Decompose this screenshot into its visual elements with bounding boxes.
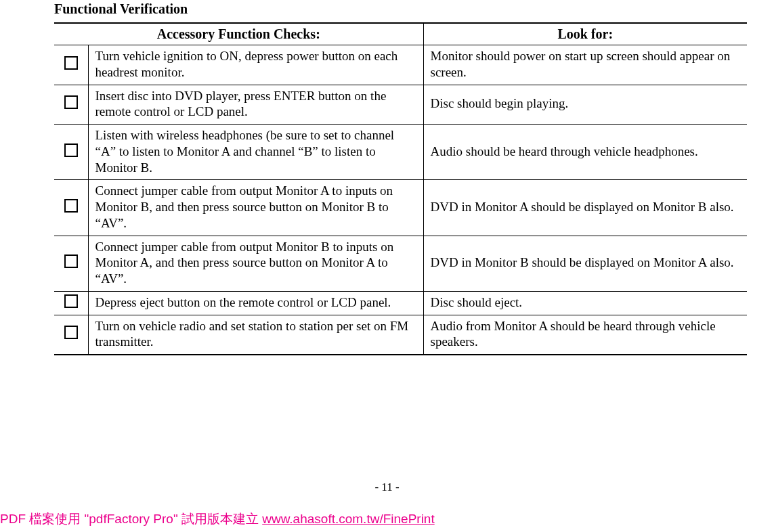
cell-look: DVD in Monitor B should be displayed on … bbox=[423, 236, 747, 291]
cell-check: Connect jumper cable from output Monitor… bbox=[88, 236, 423, 291]
cell-check: Insert disc into DVD player, press ENTER… bbox=[88, 85, 423, 125]
checkbox-icon[interactable] bbox=[64, 56, 78, 70]
table-row: Depress eject button on the remote contr… bbox=[54, 291, 747, 315]
cell-check: Depress eject button on the remote contr… bbox=[88, 291, 423, 315]
section-title: Functional Verification bbox=[54, 1, 747, 17]
cell-look: Disc should begin playing. bbox=[423, 85, 747, 125]
cell-check: Turn on vehicle radio and set station to… bbox=[88, 315, 423, 355]
pdf-watermark-footer: PDF 檔案使用 "pdfFactory Pro" 試用版本建立 www.aha… bbox=[0, 510, 435, 528]
checkbox-icon[interactable] bbox=[64, 254, 78, 268]
checkbox-icon[interactable] bbox=[64, 326, 78, 339]
table-row: Turn vehicle ignition to ON, depress pow… bbox=[54, 45, 747, 85]
header-checks: Accessory Function Checks: bbox=[54, 23, 423, 45]
table-row: Turn on vehicle radio and set station to… bbox=[54, 315, 747, 355]
footer-prefix: PDF 檔案使用 "pdfFactory Pro" 試用版本建立 bbox=[0, 512, 262, 526]
cell-check: Turn vehicle ignition to ON, depress pow… bbox=[88, 45, 423, 85]
cell-look: Audio should be heard through vehicle he… bbox=[423, 125, 747, 180]
checkbox-icon[interactable] bbox=[64, 143, 78, 157]
cell-look: DVD in Monitor A should be displayed on … bbox=[423, 180, 747, 236]
checkbox-icon[interactable] bbox=[64, 199, 78, 213]
cell-check: Listen with wireless headphones (be sure… bbox=[88, 125, 423, 180]
verification-table: Accessory Function Checks: Look for: Tur… bbox=[54, 22, 747, 355]
cell-check: Connect jumper cable from output Monitor… bbox=[88, 180, 423, 236]
table-row: Connect jumper cable from output Monitor… bbox=[54, 236, 747, 291]
cell-look: Audio from Monitor A should be heard thr… bbox=[423, 315, 747, 355]
checkbox-icon[interactable] bbox=[64, 95, 78, 109]
header-look: Look for: bbox=[423, 23, 747, 45]
table-row: Listen with wireless headphones (be sure… bbox=[54, 125, 747, 180]
cell-look: Disc should eject. bbox=[423, 291, 747, 315]
footer-link[interactable]: www.ahasoft.com.tw/FinePrint bbox=[262, 512, 434, 526]
table-header-row: Accessory Function Checks: Look for: bbox=[54, 23, 747, 45]
table-row: Insert disc into DVD player, press ENTER… bbox=[54, 85, 747, 125]
table-row: Connect jumper cable from output Monitor… bbox=[54, 180, 747, 236]
cell-look: Monitor should power on start up screen … bbox=[423, 45, 747, 85]
checkbox-icon[interactable] bbox=[64, 294, 78, 308]
page-number: - 11 - bbox=[0, 481, 774, 494]
